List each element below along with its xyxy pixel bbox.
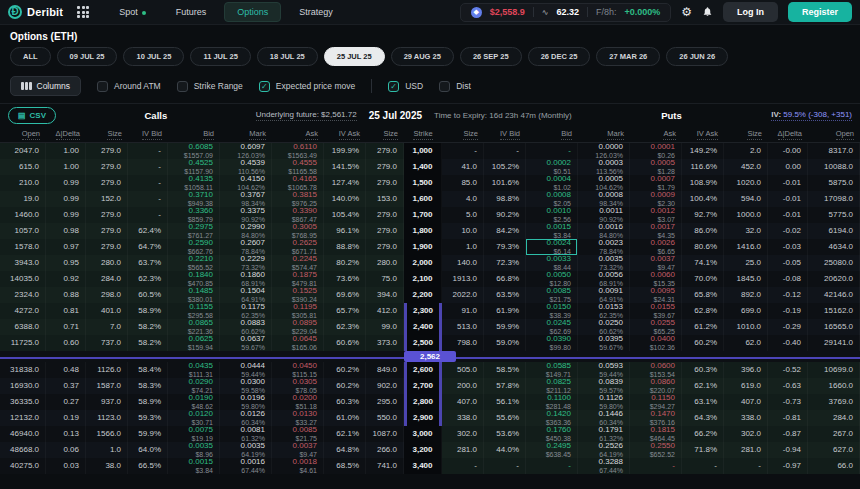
puts-mark-cell[interactable]: 0.002378.84% xyxy=(578,239,630,255)
calls-mark-cell[interactable]: 0.001667.44% xyxy=(220,458,272,474)
calls-bid-cell[interactable]: 0.0865$221.36 xyxy=(168,319,220,335)
puts-mark-cell[interactable]: 0.0005104.62% xyxy=(578,175,630,191)
puts-mark-cell[interactable]: 0.112659.80% xyxy=(578,394,630,410)
calls-ask-cell[interactable]: 0.1195$305.81 xyxy=(272,303,324,319)
puts-mark-cell[interactable]: 0.328867.44% xyxy=(578,458,630,474)
puts-bid-cell[interactable]: - xyxy=(526,143,578,159)
calls-ask-cell[interactable]: 0.0037$9.47 xyxy=(272,442,324,458)
expiry-tab-26-sep-25[interactable]: 26 SEP 25 xyxy=(460,47,522,66)
calls-mark-cell[interactable]: 0.376798.34% xyxy=(220,191,272,207)
puts-bid-cell[interactable]: 0.0015$3.84 xyxy=(526,223,578,239)
nav-item-futures[interactable]: Futures xyxy=(164,3,219,21)
calls-bid-cell[interactable]: 0.4135$1058.11 xyxy=(168,175,220,191)
puts-ask-cell[interactable]: 0.0026$6.65 xyxy=(630,239,682,255)
calls-bid-cell[interactable]: 0.1155$295.58 xyxy=(168,303,220,319)
puts-ask-cell[interactable]: 0.0600$153.54 xyxy=(630,362,682,378)
calls-ask-cell[interactable]: 0.0018$4.61 xyxy=(272,458,324,474)
puts-mark-cell[interactable]: 0.009164.91% xyxy=(578,287,630,303)
columns-button[interactable]: Columns xyxy=(10,76,81,96)
csv-export-button[interactable]: ▤ CSV xyxy=(8,107,56,124)
checkbox-expected-price-move[interactable]: ✓Expected price move xyxy=(259,81,355,92)
calls-bid-cell[interactable]: 0.3360$859.79 xyxy=(168,207,220,223)
calls-bid-cell[interactable]: 0.6085$1557.09 xyxy=(168,143,220,159)
calls-mark-cell[interactable]: 0.222973.32% xyxy=(220,255,272,271)
puts-mark-cell[interactable]: 0.000898.34% xyxy=(578,191,630,207)
calls-bid-cell[interactable]: 0.0290$74.21 xyxy=(168,378,220,394)
calls-ask-cell[interactable]: 0.2625$671.71 xyxy=(272,239,324,255)
puts-mark-cell[interactable]: 0.001684.80% xyxy=(578,223,630,239)
checkbox-around-atm[interactable]: ✓Around ATM xyxy=(97,81,161,92)
puts-mark-cell[interactable]: 0.005668.91% xyxy=(578,271,630,287)
calls-ask-cell[interactable]: 0.6110$1563.49 xyxy=(272,143,324,159)
puts-ask-cell[interactable]: 0.1150$294.27 xyxy=(630,394,682,410)
puts-bid-cell[interactable]: 0.1100$281.48 xyxy=(526,394,578,410)
calls-ask-cell[interactable]: 0.4555$1165.58 xyxy=(272,159,324,175)
calls-ask-cell[interactable]: 0.3005$768.95 xyxy=(272,223,324,239)
calls-mark-cell[interactable]: 0.260778.84% xyxy=(220,239,272,255)
expiry-tab-11-jul-25[interactable]: 11 JUL 25 xyxy=(190,47,250,66)
calls-bid-cell[interactable]: 0.1840$470.85 xyxy=(168,271,220,287)
puts-bid-cell[interactable]: 0.1760$450.38 xyxy=(526,426,578,442)
calls-bid-cell[interactable]: 0.0435$111.31 xyxy=(168,362,220,378)
calls-ask-cell[interactable]: 0.0085$21.75 xyxy=(272,426,324,442)
puts-mark-cell[interactable]: 0.083959.57% xyxy=(578,378,630,394)
calls-bid-cell[interactable]: 0.0625$159.94 xyxy=(168,335,220,351)
register-button[interactable]: Register xyxy=(788,2,852,22)
puts-bid-cell[interactable]: 0.0004$1.02 xyxy=(526,175,578,191)
calls-bid-cell[interactable]: 0.1485$380.01 xyxy=(168,287,220,303)
calls-bid-cell[interactable]: 0.2590$662.76 xyxy=(168,239,220,255)
puts-ask-cell[interactable]: 0.0007$1.79 xyxy=(630,175,682,191)
calls-ask-cell[interactable]: 0.0130$33.27 xyxy=(272,410,324,426)
puts-ask-cell[interactable]: 0.0005$1.28 xyxy=(630,159,682,175)
calls-bid-cell[interactable]: 0.0120$30.71 xyxy=(168,410,220,426)
calls-bid-cell[interactable]: 0.0190$48.62 xyxy=(168,394,220,410)
puts-bid-cell[interactable]: 0.1420$363.36 xyxy=(526,410,578,426)
calls-ask-cell[interactable]: 0.0450$115.15 xyxy=(272,362,324,378)
calls-mark-cell[interactable]: 0.299084.80% xyxy=(220,223,272,239)
puts-ask-cell[interactable]: 0.0001$0.26 xyxy=(630,143,682,159)
expiry-tab-all[interactable]: ALL xyxy=(10,47,51,66)
calls-mark-cell[interactable]: 0.019659.80% xyxy=(220,394,272,410)
puts-bid-cell[interactable]: 0.0002$0.51 xyxy=(526,159,578,175)
calls-mark-cell[interactable]: 0.117562.35% xyxy=(220,303,272,319)
puts-ask-cell[interactable]: 0.0400$102.36 xyxy=(630,335,682,351)
puts-bid-cell[interactable]: 0.0825$211.12 xyxy=(526,378,578,394)
checkbox-strike-range[interactable]: ✓Strike Range xyxy=(177,81,243,92)
puts-mark-cell[interactable]: 0.003573.32% xyxy=(578,255,630,271)
puts-ask-cell[interactable]: 0.2550$652.52 xyxy=(630,442,682,458)
calls-ask-cell[interactable]: 0.4165$1065.78 xyxy=(272,175,324,191)
puts-ask-cell[interactable]: 0.0017$4.35 xyxy=(630,223,682,239)
calls-ask-cell[interactable]: 0.0895$229.04 xyxy=(272,319,324,335)
puts-ask-cell[interactable]: 0.0095$24.31 xyxy=(630,287,682,303)
calls-ask-cell[interactable]: 0.0305$78.05 xyxy=(272,378,324,394)
calls-mark-cell[interactable]: 0.186068.91% xyxy=(220,271,272,287)
puts-ask-cell[interactable]: 0.0155$39.67 xyxy=(630,303,682,319)
puts-ask-cell[interactable]: - xyxy=(630,458,682,474)
calls-mark-cell[interactable]: 0.003564.19% xyxy=(220,442,272,458)
puts-bid-cell[interactable]: 0.0390$99.80 xyxy=(526,335,578,351)
calls-mark-cell[interactable]: 0.4539110.56% xyxy=(220,159,272,175)
puts-bid-cell[interactable]: 0.0150$38.39 xyxy=(526,303,578,319)
expiry-tab-27-mar-26[interactable]: 27 MAR 26 xyxy=(596,47,660,66)
puts-bid-cell[interactable]: - xyxy=(526,458,578,474)
calls-ask-cell[interactable]: 0.0645$165.06 xyxy=(272,335,324,351)
deribit-logo[interactable]: Đ Deribit xyxy=(8,5,63,19)
expiry-tab-25-jul-25[interactable]: 25 JUL 25 xyxy=(324,47,385,66)
puts-mark-cell[interactable]: 0.0000126.03% xyxy=(578,143,630,159)
expiry-tab-26-jun-26[interactable]: 26 JUN 26 xyxy=(666,47,728,66)
calls-mark-cell[interactable]: 0.088360.62% xyxy=(220,319,272,335)
puts-mark-cell[interactable]: 0.179161.32% xyxy=(578,426,630,442)
puts-ask-cell[interactable]: 0.0060$15.35 xyxy=(630,271,682,287)
calls-bid-cell[interactable]: 0.3710$949.38 xyxy=(168,191,220,207)
calls-mark-cell[interactable]: 0.150464.91% xyxy=(220,287,272,303)
calls-mark-cell[interactable]: 0.008161.32% xyxy=(220,426,272,442)
puts-bid-cell[interactable]: 0.0010$2.56 xyxy=(526,207,578,223)
puts-bid-cell[interactable]: 0.2495$638.45 xyxy=(526,442,578,458)
puts-mark-cell[interactable]: 0.252664.19% xyxy=(578,442,630,458)
puts-mark-cell[interactable]: 0.025060.62% xyxy=(578,319,630,335)
calls-mark-cell[interactable]: 0.4150104.62% xyxy=(220,175,272,191)
nav-item-strategy[interactable]: Strategy xyxy=(287,3,345,21)
puts-ask-cell[interactable]: 0.0255$65.25 xyxy=(630,319,682,335)
gear-icon[interactable]: ⚙ xyxy=(681,6,692,18)
apps-grid-icon[interactable] xyxy=(77,6,89,18)
